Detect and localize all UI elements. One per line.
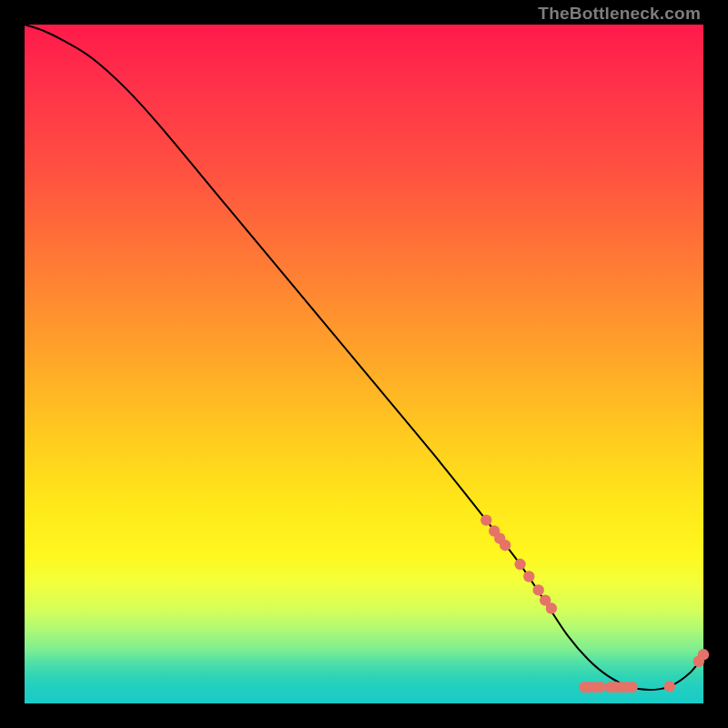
curve-marker [533,584,544,595]
curve-marker [514,559,525,570]
bottleneck-curve [25,25,703,690]
curve-marker [594,682,605,693]
curve-marker [500,540,511,551]
curve-marker [480,514,491,525]
chart-overlay [25,25,703,703]
curve-marker [546,602,557,613]
curve-marker [626,682,637,693]
curve-marker [698,649,709,660]
chart-frame: TheBottleneck.com [0,0,728,728]
watermark-label: TheBottleneck.com [538,4,701,24]
curve-marker [664,681,675,692]
curve-marker [523,571,534,581]
